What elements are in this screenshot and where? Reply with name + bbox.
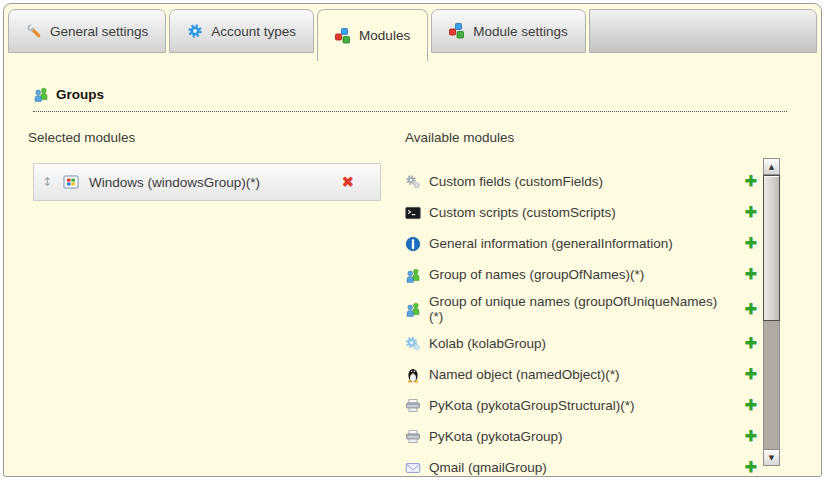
add-module-icon[interactable]: ✚ (744, 236, 757, 251)
account-gear-icon (187, 23, 203, 39)
available-modules-list: Custom fields (customFields) ✚ Custom sc… (405, 166, 761, 477)
available-module-row: Custom fields (customFields) ✚ (405, 166, 761, 197)
available-module-label: Custom scripts (customScripts) (429, 205, 616, 220)
tab-bar: General settings Account types Modules (8, 9, 817, 53)
wrench-icon (26, 23, 42, 39)
tab-general-settings[interactable]: General settings (8, 9, 166, 53)
drag-handle-icon[interactable]: ↕ (42, 175, 52, 189)
available-module-label: Group of unique names (groupOfUniqueName… (429, 294, 721, 324)
available-module-row: General information (generalInformation)… (405, 228, 761, 259)
terminal-icon (405, 205, 421, 221)
add-module-icon[interactable]: ✚ (744, 205, 757, 220)
tab-bar-filler (589, 9, 817, 53)
available-module-label: PyKota (pykotaGroupStructural)(*) (429, 398, 635, 413)
tab-label: Account types (211, 24, 296, 39)
add-module-icon[interactable]: ✚ (744, 267, 757, 282)
remove-module-icon[interactable]: ✖ (341, 175, 354, 190)
tab-label: General settings (50, 24, 148, 39)
available-module-label: PyKota (pykotaGroup) (429, 429, 563, 444)
tab-modules[interactable]: Modules (317, 9, 428, 61)
printer-icon (405, 429, 421, 445)
add-module-icon[interactable]: ✚ (744, 302, 757, 317)
tab-module-settings[interactable]: Module settings (431, 9, 586, 53)
gears-icon (405, 174, 421, 190)
scroll-up-button[interactable]: ▲ (763, 158, 780, 175)
selected-modules-heading: Selected modules (28, 130, 135, 145)
group-icon (405, 301, 421, 317)
add-module-icon[interactable]: ✚ (744, 429, 757, 444)
available-module-row: Group of names (groupOfNames)(*) ✚ (405, 259, 761, 290)
penguin-icon (405, 367, 421, 383)
groups-section-header: Groups (33, 86, 787, 112)
groups-icon (33, 86, 49, 102)
tab-label: Module settings (473, 24, 568, 39)
group-icon (405, 267, 421, 283)
tab-label: Modules (359, 28, 410, 43)
scrollbar-thumb[interactable] (763, 175, 780, 321)
available-module-label: Named object (namedObject)(*) (429, 367, 620, 382)
available-modules-scrollbar[interactable]: ▲ ▼ (763, 158, 780, 466)
add-module-icon[interactable]: ✚ (744, 460, 757, 475)
section-title: Groups (56, 87, 104, 102)
tab-account-types[interactable]: Account types (169, 9, 314, 53)
envelope-icon (405, 460, 421, 476)
modules-settings-panel: General settings Account types Modules (3, 3, 822, 477)
add-module-icon[interactable]: ✚ (744, 367, 757, 382)
available-modules-heading: Available modules (405, 130, 514, 145)
available-module-row: Kolab (kolabGroup) ✚ (405, 328, 761, 359)
scroll-up-arrow-icon: ▲ (769, 163, 774, 171)
add-module-icon[interactable]: ✚ (744, 336, 757, 351)
available-module-label: Group of names (groupOfNames)(*) (429, 267, 644, 282)
available-module-label: Kolab (kolabGroup) (429, 336, 546, 351)
modules-blocks-icon (449, 23, 465, 39)
printer-icon (405, 398, 421, 414)
available-module-row: Custom scripts (customScripts) ✚ (405, 197, 761, 228)
add-module-icon[interactable]: ✚ (744, 174, 757, 189)
scroll-down-arrow-icon: ▼ (769, 454, 774, 462)
available-module-label: Custom fields (customFields) (429, 174, 603, 189)
modules-blocks-icon (335, 28, 351, 44)
available-module-row: Group of unique names (groupOfUniqueName… (405, 290, 761, 328)
available-module-row: PyKota (pykotaGroupStructural)(*) ✚ (405, 390, 761, 421)
available-module-label: Qmail (qmailGroup) (429, 460, 547, 475)
selected-module-label: Windows (windowsGroup)(*) (89, 175, 341, 190)
scroll-down-button[interactable]: ▼ (763, 449, 780, 466)
selected-module-row[interactable]: ↕ Windows (windowsGroup)(*) ✖ (33, 163, 381, 201)
info-icon (405, 236, 421, 252)
kolab-gear-icon (405, 336, 421, 352)
available-module-row: Named object (namedObject)(*) ✚ (405, 359, 761, 390)
scrollbar-track[interactable] (763, 321, 780, 449)
add-module-icon[interactable]: ✚ (744, 398, 757, 413)
available-module-row: PyKota (pykotaGroup) ✚ (405, 421, 761, 452)
available-module-row: Qmail (qmailGroup) ✚ (405, 452, 761, 477)
available-module-label: General information (generalInformation) (429, 236, 673, 251)
windows-icon (63, 174, 79, 190)
